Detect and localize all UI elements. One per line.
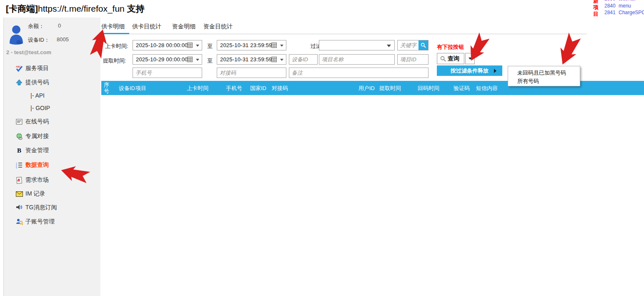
- remark-input[interactable]: [289, 68, 428, 78]
- sidebar-item-funds-management[interactable]: B 资金管理: [4, 145, 100, 156]
- envelope-icon: [15, 190, 23, 198]
- extract-time-to-input[interactable]: 2025-10-31 23:59:59: [217, 54, 286, 65]
- sidebar-item-api[interactable]: |- API: [4, 90, 100, 100]
- app-window: [卡商端]https://t.me/firefox_fun 支持 新项目 283…: [0, 0, 644, 296]
- new-project-label: 新项目: [593, 0, 599, 18]
- card-time-to-input[interactable]: 2025-10-31 23:59:59: [217, 40, 286, 50]
- filter-select[interactable]: [319, 40, 395, 50]
- chevron-down-icon[interactable]: [196, 59, 199, 61]
- device-id-value: 8005: [57, 36, 69, 43]
- sidebar-item-tg-subscription[interactable]: TG消息订阅: [4, 203, 100, 213]
- chevron-down-icon: [387, 45, 391, 47]
- project-id-input[interactable]: [398, 55, 428, 64]
- sidebar-item-label: 在线号码: [25, 118, 49, 125]
- sidebar-item-subaccount-management[interactable]: 子账号管理: [4, 217, 100, 227]
- menu-item-unreturned-blacklisted[interactable]: 未回码且已加黑号码: [517, 69, 566, 77]
- corner-row-label: ChargeSPC: [619, 10, 644, 15]
- sidebar-item-service-projects[interactable]: ABC 服务项目: [4, 63, 100, 73]
- title-bar: [卡商端]https://t.me/firefox_fun 支持: [0, 0, 644, 18]
- chevron-down-icon[interactable]: [280, 45, 283, 47]
- sidebar-item-label: 数据查询: [25, 161, 49, 169]
- date-value: 2025-10-29 00:00:00: [136, 56, 188, 63]
- user-avatar-icon: [8, 24, 25, 45]
- keyword-input[interactable]: [398, 40, 419, 50]
- col-phone[interactable]: 手机号: [226, 85, 242, 92]
- chevron-down-icon[interactable]: [196, 45, 199, 47]
- project-name-input[interactable]: [319, 55, 394, 64]
- phone-input[interactable]: [133, 68, 202, 78]
- phone-field: [133, 68, 202, 78]
- sidebar-item-label: TG消息订阅: [25, 204, 57, 211]
- col-user-id[interactable]: 用户ID: [358, 85, 375, 92]
- sidebar-item-online-numbers[interactable]: 在线号码: [4, 117, 100, 127]
- sidebar-item-goip[interactable]: |- GOIP: [4, 103, 100, 113]
- sidebar-item-label: 服务项目: [25, 65, 49, 72]
- tab-card-daily-stats[interactable]: 供卡日统计: [132, 23, 161, 30]
- device-id-field: [289, 54, 318, 65]
- col-device-id[interactable]: 设备ID: [119, 85, 135, 92]
- sidebar-item-label: IM 记录: [25, 190, 45, 198]
- sidebar-item-label: |- GOIP: [30, 105, 50, 111]
- window-title: [卡商端]https://t.me/firefox_fun 支持: [6, 3, 145, 15]
- abc-check-icon: ABC: [15, 65, 23, 72]
- balance-value: 0: [58, 23, 61, 29]
- corner-row-menu[interactable]: 2840menu: [604, 3, 631, 9]
- device-id-input[interactable]: [289, 55, 317, 64]
- keyword-search-button[interactable]: [418, 40, 428, 50]
- sidebar-item-label: |- API: [30, 92, 45, 99]
- chevron-down-icon[interactable]: [280, 59, 283, 61]
- col-project[interactable]: 项目: [135, 85, 146, 92]
- sidebar-item-provide-numbers[interactable]: 提供号码: [4, 78, 100, 88]
- remark-field: [289, 68, 428, 78]
- title-prefix: [卡商端]: [6, 4, 38, 13]
- sidebar-item-label: 子账号管理: [25, 218, 55, 226]
- corner-row-label: menu: [619, 3, 631, 9]
- col-docking-code[interactable]: 对接码: [272, 85, 288, 92]
- calendar-icon: [187, 43, 193, 48]
- to-label-1: 至: [207, 43, 213, 50]
- globe-link-icon: [15, 133, 23, 140]
- corner-row-label: testmail: [619, 0, 636, 2]
- sidebar-item-im-records[interactable]: IM 记录: [4, 189, 100, 199]
- arrow-up-icon: [15, 79, 23, 86]
- bold-b-icon: B: [15, 147, 23, 154]
- col-sms-content[interactable]: 短信内容: [476, 85, 498, 92]
- title-suffix: 支持: [125, 4, 145, 13]
- balance-label: 余额：: [28, 23, 44, 30]
- tab-strip-divider: [129, 34, 587, 34]
- date-value: 2025-10-31 23:59:59: [220, 56, 272, 63]
- col-seq[interactable]: 序号: [104, 82, 110, 94]
- corner-row-chargespc[interactable]: 2841ChargeSPC: [604, 10, 644, 15]
- calendar-icon: [187, 57, 193, 62]
- corner-row-num: 2839: [604, 0, 619, 2]
- list-icon: [15, 118, 23, 125]
- release-by-filter-button[interactable]: 按过滤条件释放: [437, 65, 502, 76]
- menu-item-all-numbers[interactable]: 所有号码: [517, 78, 539, 85]
- docking-code-input[interactable]: [217, 68, 286, 78]
- col-extract-time[interactable]: 提取时间: [379, 85, 401, 92]
- numbered-list-icon: 123: [15, 161, 23, 169]
- corner-row-clipped[interactable]: 2839testmail: [604, 0, 636, 2]
- tab-funds-daily-stats[interactable]: 资金日统计: [203, 23, 233, 30]
- sidebar-item-label: 专属对接: [25, 133, 49, 140]
- query-button[interactable]: 查询: [437, 53, 464, 64]
- tab-funds-details[interactable]: 资金明细: [172, 23, 195, 30]
- keyword-field: [397, 40, 428, 50]
- sidebar-item-label: 提供号码: [25, 79, 49, 86]
- calendar-icon: [271, 43, 277, 48]
- annotation-arrow-submenu: [549, 23, 589, 75]
- sidebar-item-exclusive-docking[interactable]: 专属对接: [4, 131, 100, 141]
- col-return-time[interactable]: 回码时间: [418, 85, 439, 92]
- to-label-2: 至: [207, 57, 213, 65]
- release-button-label: 按过滤条件释放: [451, 67, 489, 75]
- extract-time-label: 提取时间:: [103, 57, 126, 65]
- sidebar-item-label: 需求市场: [25, 176, 49, 184]
- search-icon: [421, 43, 426, 48]
- calendar-icon: [271, 57, 277, 62]
- col-country-id[interactable]: 国家ID: [250, 85, 266, 92]
- col-card-time[interactable]: 上卡时间: [187, 85, 208, 92]
- project-name-field: [319, 54, 395, 65]
- card-time-from-input[interactable]: 2025-10-28 00:00:00: [133, 40, 202, 50]
- extract-time-from-input[interactable]: 2025-10-29 00:00:00: [133, 54, 202, 65]
- col-verification-code[interactable]: 验证码: [454, 85, 470, 92]
